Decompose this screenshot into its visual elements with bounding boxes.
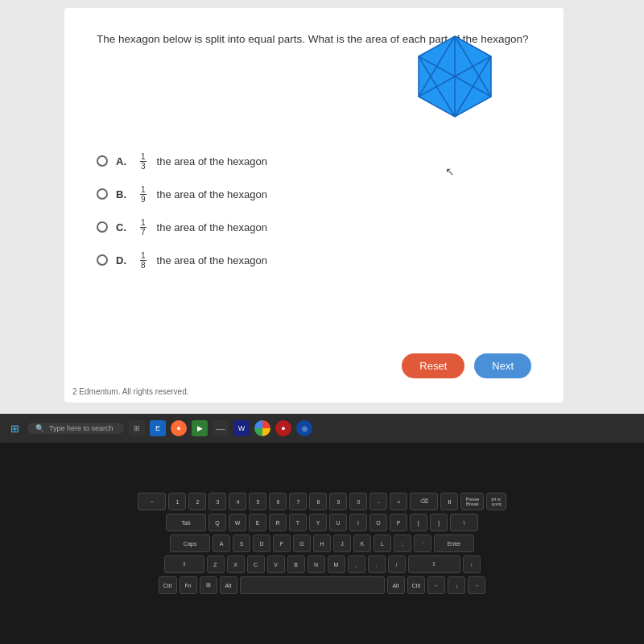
taskbar-icon-4[interactable]: ▶ (192, 420, 208, 436)
key-c: C (247, 555, 265, 573)
key-minus: - (369, 493, 387, 510)
option-A-text: the area of the hexagon (157, 155, 267, 167)
fraction-C: 1 7 (140, 218, 147, 237)
radio-B[interactable] (97, 188, 108, 200)
fraction-D: 1 8 (140, 251, 147, 270)
buttons-area: Reset Next (402, 353, 531, 378)
option-C[interactable]: C. 1 7 the area of the hexagon (97, 218, 531, 237)
key-pause: PauseBreak (460, 493, 484, 510)
key-right: → (468, 576, 485, 594)
key-9: 9 (329, 493, 347, 510)
key-down: ↓ (448, 576, 465, 594)
windows-start-button[interactable]: ⊞ (6, 420, 23, 436)
key-space (240, 576, 385, 594)
key-tab: ~ (138, 493, 166, 510)
key-a: A (213, 535, 230, 552)
keyboard-row-5: Ctrl Fn ⊞ Alt Alt Ctrl ← ↓ → (159, 576, 486, 594)
key-equal: = (390, 493, 407, 510)
taskbar-icon-2[interactable]: E (150, 420, 166, 436)
hexagon-image (411, 32, 515, 137)
key-comma: , (348, 555, 365, 573)
label-D: D. (116, 254, 126, 266)
key-semicolon: ; (394, 535, 411, 552)
key-3: 3 (208, 493, 226, 510)
key-bksp: ⌫ (410, 493, 438, 510)
option-D[interactable]: D. 1 8 the area of the hexagon (97, 251, 531, 270)
key-w: W (229, 514, 246, 531)
keyboard-row-3: Caps A S D F G H J K L ; ' Enter (170, 535, 474, 552)
radio-D[interactable] (97, 254, 108, 266)
key-lbracket: [ (410, 514, 427, 531)
option-B-text: the area of the hexagon (157, 188, 267, 200)
chrome-icon[interactable] (254, 420, 270, 436)
key-win: ⊞ (200, 576, 217, 594)
option-D-text: the area of the hexagon (157, 254, 267, 266)
key-fn: Fn (180, 576, 197, 594)
radio-A[interactable] (97, 155, 108, 167)
key-ctrl-r: Ctrl (407, 576, 426, 594)
hexagon-svg (411, 32, 499, 129)
key-caps: Caps (170, 535, 210, 552)
key-k: K (353, 535, 371, 552)
key-5: 5 (249, 493, 266, 510)
key-6: 6 (269, 493, 287, 510)
key-t: T (289, 514, 307, 531)
key-shift-l: ⇧ (164, 555, 204, 573)
screen: The hexagon below is split into equal pa… (0, 0, 644, 435)
quiz-panel: The hexagon below is split into equal pa… (64, 8, 564, 402)
key-rbracket: ] (430, 514, 448, 531)
footer-copyright: 2 Edmentum. All rights reserved. (72, 387, 189, 396)
key-8: 8 (309, 493, 327, 510)
radio-C[interactable] (97, 221, 108, 233)
key-ctrl-l: Ctrl (159, 576, 177, 594)
option-A[interactable]: A. 1 3 the area of the hexagon (97, 152, 531, 171)
key-s: S (233, 535, 250, 552)
taskbar-icon-3[interactable]: ● (171, 420, 187, 436)
key-alt-l: Alt (220, 576, 237, 594)
reset-button[interactable]: Reset (402, 353, 464, 378)
key-4: 4 (229, 493, 246, 510)
key-left: ← (427, 576, 445, 594)
fraction-A: 1 3 (140, 152, 147, 171)
key-m: M (328, 555, 345, 573)
key-b: B (287, 555, 305, 573)
label-B: B. (116, 188, 126, 200)
search-icon: 🔍 (35, 424, 44, 432)
key-f: F (273, 535, 291, 552)
taskbar: ⊞ 🔍 Type here to search ⊞ E ● ▶ — W ● ◎ (0, 414, 644, 443)
key-q: Q (208, 514, 226, 531)
key-alt-r: Alt (387, 576, 405, 594)
key-prtsc: prt scsysrq (486, 493, 506, 510)
taskbar-icon-8[interactable]: ◎ (296, 420, 312, 436)
taskbar-icon-6[interactable]: W (233, 420, 250, 436)
key-enter: Enter (434, 535, 474, 552)
key-slash: / (388, 555, 406, 573)
option-C-text: the area of the hexagon (157, 221, 267, 233)
key-ins: ⏸ (440, 493, 458, 510)
options-area: A. 1 3 the area of the hexagon B. 1 9 th… (97, 152, 531, 270)
key-n: N (308, 555, 325, 573)
key-1: 1 (168, 493, 186, 510)
key-i: I (349, 514, 367, 531)
key-g: G (293, 535, 311, 552)
label-A: A. (116, 155, 126, 167)
next-button[interactable]: Next (474, 353, 531, 378)
taskbar-search-box[interactable]: 🔍 Type here to search (27, 423, 124, 434)
key-shift-r: ⇧ (408, 555, 460, 573)
key-period: . (368, 555, 386, 573)
key-2: 2 (188, 493, 206, 510)
key-e: E (249, 514, 266, 531)
taskbar-icon-5[interactable]: — (213, 420, 229, 436)
taskbar-icon-7[interactable]: ● (275, 420, 291, 436)
fraction-B: 1 9 (140, 185, 147, 204)
key-o: O (369, 514, 387, 531)
keyboard-row-2: Tab Q W E R T Y U I O P [ ] \ (166, 514, 478, 531)
key-0: 0 (349, 493, 367, 510)
key-backslash: \ (450, 514, 478, 531)
keyboard-row-1: ~ 1 2 3 4 5 6 7 8 9 0 - = ⌫ ⏸ PauseBreak… (138, 493, 506, 510)
option-B[interactable]: B. 1 9 the area of the hexagon (97, 185, 531, 204)
key-y: Y (309, 514, 327, 531)
keyboard: ~ 1 2 3 4 5 6 7 8 9 0 - = ⌫ ⏸ PauseBreak… (0, 443, 644, 644)
taskbar-icon-1[interactable]: ⊞ (129, 420, 145, 436)
key-h: H (313, 535, 331, 552)
